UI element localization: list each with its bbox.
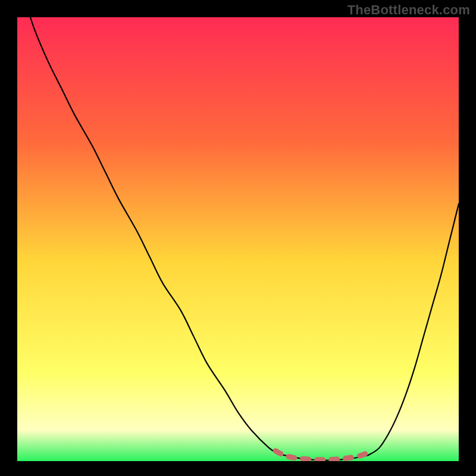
- watermark-text: TheBottleneck.com: [347, 2, 470, 18]
- gradient-background: [17, 17, 459, 461]
- plot-area: [17, 17, 459, 461]
- plot-svg: [17, 17, 459, 461]
- chart-frame: TheBottleneck.com: [0, 0, 476, 476]
